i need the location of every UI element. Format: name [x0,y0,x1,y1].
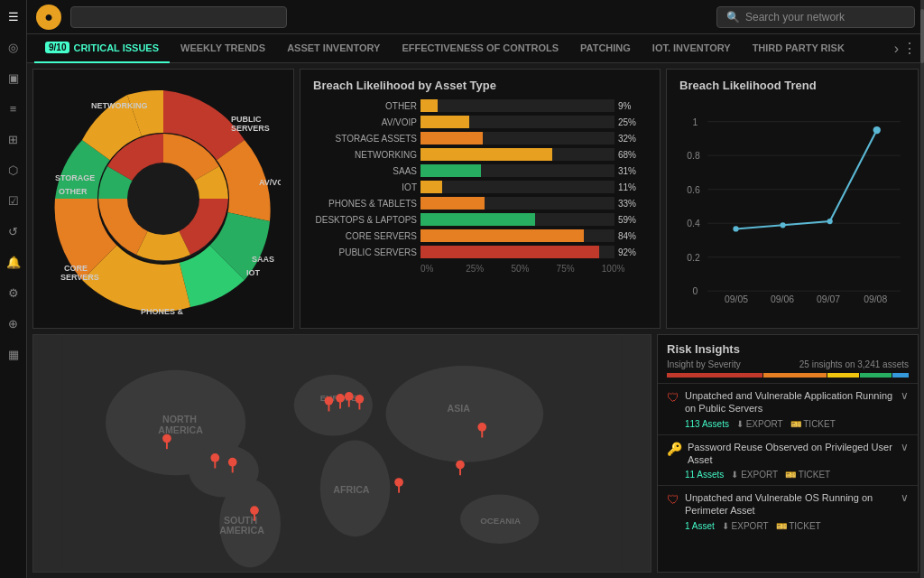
bar-track-5 [420,181,614,193]
bar-row-7: DESKTOPS & LAPTOPS59% [313,213,647,226]
sidebar-icon-modules[interactable]: ▦ [5,345,23,363]
network-search-bar[interactable]: 🔍 Search your network [716,6,915,28]
risk-title-1: Unpatched and Vulnerable Application Run… [685,389,895,415]
bar-axis: 0% 25% 50% 75% 100% [420,264,647,274]
risk-item-3-header: 🛡 Unpatched and Vulnerable OS Running on… [667,491,909,517]
bar-fill-6 [420,197,485,210]
risk-icon-3: 🛡 [667,492,679,507]
nav-tabs: 9/10 CRITICAL ISSUES WEEKLY TRENDS ASSET… [27,34,924,63]
bar-chart-title: Breach Likelihood by Asset Type [313,79,647,92]
sidebar-icon-settings[interactable]: ⚙ [5,284,23,302]
bottom-row: NORTH AMERICA ASIA AFRICA SOUTH AMERICA … [27,334,924,578]
nav-options-dots[interactable]: ⋮ [902,40,917,57]
risk-item-3: 🛡 Unpatched and Vulnerable OS Running on… [658,485,918,536]
bar-chart-rows: OTHER9%AV/VOIP25%STORAGE ASSETS32%NETWOR… [313,99,647,262]
risk-icon-2: 🔑 [667,442,682,456]
sidebar-icon-bell[interactable]: 🔔 [5,253,23,271]
severity-medium [827,373,859,378]
bar-pct-8: 84% [618,231,647,241]
bar-pct-4: 31% [618,166,647,176]
bar-label-3: NETWORKING [313,150,417,160]
bar-pct-5: 11% [618,182,647,192]
bar-label-9: PUBLIC SERVERS [313,247,417,257]
sidebar-icon-home[interactable]: ◎ [5,38,23,56]
y-label-02: 0.2 [687,253,700,263]
tab-iot[interactable]: IOT. INVENTORY [642,34,742,63]
tab-controls-label: EFFECTIVENESS OF CONTROLS [402,42,559,53]
bar-track-3 [420,148,614,161]
sidebar-icon-check[interactable]: ☑ [5,191,23,210]
y-label-0: 0 [693,286,698,296]
risk-chevron-2[interactable]: ∨ [901,441,909,453]
tab-critical-issues[interactable]: 9/10 CRITICAL ISSUES [34,34,170,63]
sidebar-icon-list[interactable]: ≡ [5,99,23,117]
risk-export-2[interactable]: ⬇ EXPORT [731,470,778,480]
sidebar-icon-menu[interactable]: ☰ [5,7,23,25]
y-label-1: 1 [693,117,698,127]
donut-label-coreservers: SERVERS [60,273,99,282]
bar-row-3: NETWORKING68% [313,148,647,161]
tab-weekly-trends[interactable]: WEEKLY TRENDS [170,34,276,63]
topbar: ● 🔍 Search your network [27,0,924,34]
risk-insights-panel: Risk Insights Insight by Severity 25 ins… [657,334,919,573]
bar-pct-1: 25% [618,117,647,127]
bar-track-8 [420,229,614,242]
bar-track-1 [420,116,614,128]
bar-pct-2: 32% [618,134,647,144]
bar-label-4: SAAS [313,166,417,176]
risk-ticket-1[interactable]: 🎫 TICKET [790,419,836,429]
bar-row-1: AV/VOIP25% [313,116,647,128]
tab-asset-inventory[interactable]: ASSET INVENTORY [276,34,391,63]
risk-severity-label: Insight by Severity [667,359,741,369]
risk-assets-3: 1 Asset [685,521,715,531]
severity-critical [667,373,762,378]
bar-fill-4 [420,164,481,177]
line-chart-panel: Breach Likelihood Trend 1 0.8 0.6 0.4 0.… [666,69,919,329]
trend-dot-1 [733,226,738,231]
app-logo: ● [36,5,61,30]
tab-inventory-label: ASSET INVENTORY [287,42,380,53]
donut-label-avvoip: AV/VOIP [259,178,281,187]
bar-row-2: STORAGE ASSETS32% [313,132,647,144]
donut-label-public: PUBLIC [231,115,262,124]
sidebar-icon-security[interactable]: ⬡ [5,161,23,179]
nav-more-arrow[interactable]: › [894,41,899,57]
tab-thirdparty[interactable]: THIRD PARTY RISK [742,34,855,63]
risk-export-3[interactable]: ⬇ EXPORT [722,521,769,531]
donut-label-core: CORE [64,264,88,273]
risk-insights-header: Insight by Severity 25 insights on 3,241… [658,359,918,373]
sidebar-icon-apps[interactable]: ⊞ [5,130,23,148]
line-chart-svg: 1 0.8 0.6 0.4 0.2 0 [679,98,905,319]
bar-track-9 [420,246,614,258]
sidebar-icon-refresh[interactable]: ↺ [5,222,23,240]
bar-fill-0 [420,99,438,112]
x-label-0908: 09/08 [864,294,887,304]
bar-track-2 [420,132,614,144]
donut-panel: PUBLIC SERVERS AV/VOIP SAAS IOT PHONES &… [32,69,294,329]
bar-pct-6: 33% [618,199,647,209]
tab-controls[interactable]: EFFECTIVENESS OF CONTROLS [391,34,569,63]
bar-fill-2 [420,132,483,144]
risk-footer-3: 1 Asset ⬇ EXPORT 🎫 TICKET [685,521,909,531]
tab-patching[interactable]: PATCHING [569,34,642,63]
critical-issues-badge: 9/10 [45,42,69,53]
risk-ticket-2[interactable]: 🎫 TICKET [785,470,830,480]
risk-item-1: 🛡 Unpatched and Vulnerable Application R… [658,383,918,434]
donut-core-hole [127,163,199,235]
severity-info [892,373,909,378]
bar-fill-8 [420,229,584,242]
risk-ticket-3[interactable]: 🎫 TICKET [776,521,821,531]
sidebar-icon-grid[interactable]: ▣ [5,69,23,87]
risk-chevron-1[interactable]: ∨ [901,389,909,402]
line-chart-title: Breach Likelihood Trend [679,79,905,92]
risk-export-1[interactable]: ⬇ EXPORT [736,419,783,429]
risk-chevron-3[interactable]: ∨ [901,491,909,504]
bar-label-2: STORAGE ASSETS [313,134,417,144]
sidebar-icon-plus[interactable]: ⊕ [5,314,23,332]
x-label-0906: 09/06 [771,294,794,304]
content-area: PUBLIC SERVERS AV/VOIP SAAS IOT PHONES &… [27,63,924,578]
app-search-input[interactable] [70,6,287,28]
donut-chart: PUBLIC SERVERS AV/VOIP SAAS IOT PHONES &… [46,81,281,316]
tab-thirdparty-label: THIRD PARTY RISK [753,42,845,53]
bar-fill-1 [420,116,469,128]
